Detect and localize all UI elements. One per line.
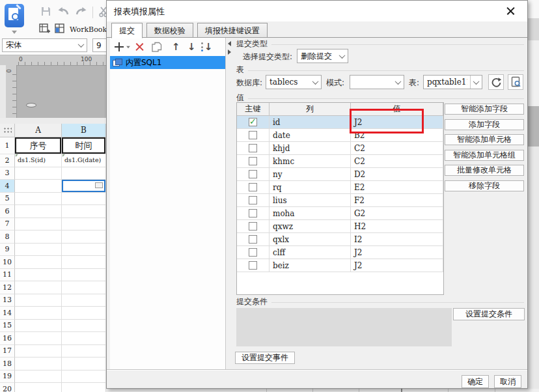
table-select[interactable]: pqxtable11 bbox=[423, 75, 482, 89]
row-header[interactable]: 15 bbox=[0, 320, 15, 333]
row-header[interactable]: 17 bbox=[0, 345, 15, 358]
add-icon[interactable] bbox=[115, 40, 131, 53]
value-cell[interactable]: C2 bbox=[351, 142, 443, 155]
sheet-cell[interactable] bbox=[15, 218, 62, 231]
row-header[interactable]: 14 bbox=[0, 307, 15, 320]
collapse-left-icon[interactable] bbox=[228, 41, 231, 46]
refresh-button[interactable] bbox=[488, 74, 504, 90]
row-header[interactable]: 19 bbox=[0, 371, 15, 384]
row-header[interactable]: 8 bbox=[0, 231, 15, 244]
move-up-icon[interactable]: ↑ bbox=[172, 40, 180, 53]
table-header-column[interactable]: 列 bbox=[270, 103, 351, 116]
column-name-cell[interactable]: clff bbox=[270, 246, 351, 259]
sheet-cell[interactable] bbox=[62, 205, 106, 218]
sheet-cell[interactable] bbox=[62, 244, 106, 257]
row-header[interactable]: 18 bbox=[0, 357, 15, 371]
select-all-corner[interactable] bbox=[0, 124, 15, 137]
sheet-cell[interactable] bbox=[15, 244, 62, 257]
set-submit-event-button[interactable]: 设置提交事件 bbox=[235, 352, 295, 364]
column-name-cell[interactable]: lius bbox=[270, 194, 351, 207]
sheet-cell[interactable] bbox=[15, 307, 62, 320]
remove-field-button[interactable]: 移除字段 bbox=[445, 180, 524, 191]
sheet-cell[interactable] bbox=[15, 269, 62, 282]
column-name-cell[interactable]: rq bbox=[270, 181, 351, 194]
value-cell[interactable]: J2 bbox=[351, 259, 443, 272]
sheet-cell[interactable] bbox=[15, 357, 62, 371]
value-cell[interactable]: F2 bbox=[351, 194, 443, 207]
sheet-cell[interactable] bbox=[62, 383, 106, 392]
sheet-cell[interactable] bbox=[62, 294, 106, 307]
font-family-select[interactable]: 宋体 bbox=[2, 38, 87, 52]
value-cell[interactable]: D2 bbox=[351, 168, 443, 181]
value-table-row[interactable]: qxwz H2 bbox=[237, 220, 443, 233]
close-icon[interactable] bbox=[505, 5, 517, 17]
sheet-cell[interactable] bbox=[15, 231, 62, 244]
redo-icon[interactable] bbox=[74, 6, 87, 19]
primary-key-checkbox[interactable] bbox=[249, 183, 257, 191]
value-cell[interactable]: G2 bbox=[351, 207, 443, 220]
column-header[interactable]: A bbox=[15, 124, 62, 137]
sheet-cell[interactable] bbox=[15, 180, 62, 193]
primary-key-checkbox[interactable] bbox=[249, 196, 257, 204]
undo-icon[interactable] bbox=[57, 6, 70, 19]
column-name-cell[interactable]: id bbox=[270, 116, 351, 129]
new-report-icon[interactable] bbox=[39, 23, 50, 36]
smart-add-cell-button[interactable]: 智能添加单元格 bbox=[445, 134, 524, 145]
row-header[interactable]: 10 bbox=[0, 256, 15, 269]
value-table-row[interactable]: date B2 bbox=[237, 129, 443, 142]
value-cell[interactable]: I2 bbox=[351, 233, 443, 246]
sheet-cell[interactable] bbox=[15, 167, 62, 180]
row-header[interactable]: 3 bbox=[0, 167, 15, 180]
row-header[interactable]: 2 bbox=[0, 154, 15, 167]
set-submit-condition-button[interactable]: 设置提交条件 bbox=[453, 308, 525, 320]
sheet-cell[interactable] bbox=[62, 357, 106, 371]
sheet-cell[interactable] bbox=[62, 193, 106, 206]
sheet-cell[interactable] bbox=[62, 307, 106, 320]
sheet-cell[interactable] bbox=[62, 281, 106, 294]
column-name-cell[interactable]: moha bbox=[270, 207, 351, 220]
primary-key-checkbox[interactable] bbox=[249, 118, 257, 126]
sheet-cell[interactable]: 序号 bbox=[15, 137, 62, 154]
row-header[interactable]: 20 bbox=[0, 383, 15, 392]
sheet-cell[interactable] bbox=[62, 320, 106, 333]
ok-button[interactable]: 确定 bbox=[462, 375, 489, 388]
sheet-cell[interactable] bbox=[15, 320, 62, 333]
smart-add-cell-group-button[interactable]: 智能添加单元格组 bbox=[445, 150, 524, 161]
tab-data-validation[interactable]: 数据校验 bbox=[146, 23, 193, 38]
sheet-cell[interactable] bbox=[15, 256, 62, 269]
sheet-cell[interactable] bbox=[62, 167, 106, 180]
primary-key-checkbox[interactable] bbox=[249, 157, 257, 165]
value-table-row[interactable]: khmc C2 bbox=[237, 155, 443, 168]
row-header[interactable]: 12 bbox=[0, 281, 15, 294]
row-header[interactable]: 9 bbox=[0, 244, 15, 257]
cancel-button[interactable]: 取消 bbox=[494, 375, 521, 388]
expand-right-icon[interactable] bbox=[228, 49, 231, 55]
column-name-cell[interactable]: qxlx bbox=[270, 233, 351, 246]
primary-key-checkbox[interactable] bbox=[249, 235, 257, 244]
sheet-cell[interactable] bbox=[15, 193, 62, 206]
delete-icon[interactable] bbox=[135, 40, 144, 53]
column-name-cell[interactable]: khmc bbox=[270, 155, 351, 168]
sheet-cell[interactable] bbox=[15, 383, 62, 392]
logo-menu-caret-icon[interactable] bbox=[12, 31, 17, 34]
sheet-cell[interactable] bbox=[62, 180, 106, 193]
value-table-row[interactable]: lius F2 bbox=[237, 194, 443, 207]
row-header[interactable]: 1 bbox=[0, 137, 15, 154]
value-table-row[interactable]: clff J2 bbox=[237, 246, 443, 259]
smart-add-field-button[interactable]: 智能添加字段 bbox=[445, 104, 524, 115]
value-cell[interactable]: C2 bbox=[351, 155, 443, 168]
primary-key-checkbox[interactable] bbox=[249, 144, 257, 152]
sheet-cell[interactable] bbox=[62, 231, 106, 244]
column-name-cell[interactable]: ny bbox=[270, 168, 351, 181]
table-header-value[interactable]: 值 bbox=[351, 103, 443, 116]
sheet-cell[interactable]: ds1.G(date) bbox=[62, 154, 106, 167]
copy-icon[interactable] bbox=[152, 40, 162, 53]
tab-shortcut-settings[interactable]: 填报快捷键设置 bbox=[197, 23, 268, 38]
sheet-cell[interactable] bbox=[62, 218, 106, 231]
primary-key-checkbox[interactable] bbox=[249, 170, 257, 178]
value-cell[interactable]: E2 bbox=[351, 181, 443, 194]
app-logo-icon[interactable] bbox=[5, 4, 24, 27]
value-table-row[interactable]: ny D2 bbox=[237, 168, 443, 181]
sheet-cell[interactable] bbox=[15, 371, 62, 384]
sheet-cell[interactable] bbox=[62, 371, 106, 384]
